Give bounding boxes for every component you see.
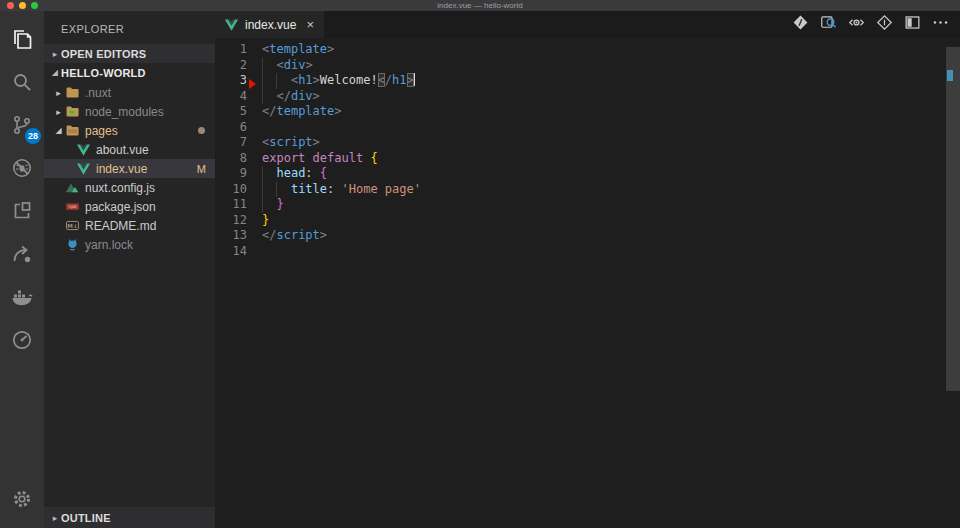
token: > [407, 73, 414, 87]
indent-guide [262, 182, 263, 198]
tree-item-readme-md[interactable]: M↓README.md [44, 216, 215, 235]
tree-item-label: about.vue [96, 143, 149, 157]
token: div [284, 58, 306, 72]
token: script [276, 228, 319, 242]
token: } [262, 213, 269, 227]
code-line-5: 5</template> [215, 104, 960, 120]
tree-item-label: README.md [85, 219, 156, 233]
vue-icon [224, 17, 239, 32]
tree-item--nuxt[interactable]: ▸.nuxt [44, 83, 215, 102]
git-modified-badge: M [197, 163, 206, 175]
tree-item-index-vue[interactable]: index.vueM [44, 159, 215, 178]
activity-item-search[interactable] [0, 62, 44, 105]
markdown-icon: M↓ [64, 218, 80, 234]
editor-action-component-preview[interactable] [874, 14, 895, 35]
token: > [313, 89, 320, 103]
line-content: head: { [247, 166, 960, 182]
line-number: 1 [215, 42, 247, 58]
search-icon [10, 70, 34, 98]
activity-item-time-gauge[interactable] [0, 320, 44, 363]
chevron-expanded-icon[interactable]: ◢ [53, 126, 64, 135]
workspace-section[interactable]: ◢ HELLO-WORLD [44, 63, 215, 82]
token: template [276, 104, 334, 118]
close-tab-icon[interactable]: × [306, 18, 314, 31]
line-content: export default { [247, 151, 960, 167]
svg-text:npm: npm [68, 204, 76, 209]
tree-item-pages[interactable]: ◢pages [44, 121, 215, 140]
token: { [370, 151, 377, 165]
editor-scrollbar[interactable] [946, 38, 960, 528]
activity-item-source-control[interactable]: 28 [0, 105, 44, 148]
code-line-10: 10 title: 'Home page' [215, 182, 960, 198]
token [334, 182, 341, 196]
eye-code-icon [847, 13, 866, 36]
line-number: 6 [215, 120, 247, 136]
tree-item-about-vue[interactable]: about.vue [44, 140, 215, 159]
token: > [320, 228, 327, 242]
editor-action-format-document[interactable] [790, 14, 811, 35]
diamond-format-icon [791, 13, 810, 36]
code-editor[interactable]: 1<template>2 <div>3 <h1>Welcome!</h1>4 <… [215, 38, 960, 528]
token: > [313, 73, 320, 87]
code-line-14: 14 [215, 244, 960, 260]
line-number: 3 [215, 73, 247, 89]
outline-label: OUTLINE [61, 512, 111, 524]
activity-item-share[interactable] [0, 234, 44, 277]
line-number: 9 [215, 166, 247, 182]
activity-item-explorer[interactable] [0, 19, 44, 62]
line-number: 2 [215, 58, 247, 74]
editor-action-split-editor[interactable] [902, 14, 923, 35]
activity-item-extensions[interactable] [0, 191, 44, 234]
code-line-4: 4 </div> [215, 89, 960, 105]
svg-text:M↓: M↓ [67, 223, 77, 229]
outline-section[interactable]: ▸ OUTLINE [44, 507, 215, 528]
chevron-right-icon[interactable]: ▸ [53, 88, 64, 98]
line-number: 13 [215, 228, 247, 244]
scm-changes-badge: 28 [25, 128, 41, 144]
editor-action-code-preview[interactable] [846, 14, 867, 35]
tree-item-label: node_modules [85, 105, 164, 119]
tree-item-label: .nuxt [85, 86, 111, 100]
token: > [334, 104, 341, 118]
line-content: <template> [247, 42, 960, 58]
folder-open-icon [64, 123, 80, 139]
indent-guide [262, 73, 263, 89]
chevron-right-icon[interactable]: ▸ [53, 107, 64, 117]
open-editors-section[interactable]: ▸ OPEN EDITORS [44, 44, 215, 63]
editor-action-more-actions[interactable] [930, 14, 951, 35]
files-icon [10, 27, 34, 55]
folder-npm-icon [64, 104, 80, 120]
line-content: <script> [247, 135, 960, 151]
scrollbar-thumb[interactable] [946, 47, 960, 391]
nuxt-icon [64, 180, 80, 196]
vue-icon [75, 161, 91, 177]
tree-item-package-json[interactable]: npmpackage.json [44, 197, 215, 216]
tree-item-nuxt-config-js[interactable]: nuxt.config.js [44, 178, 215, 197]
tree-item-node-modules[interactable]: ▸node_modules [44, 102, 215, 121]
token: div [291, 89, 313, 103]
chevron-right-icon: ▸ [49, 49, 61, 59]
token: </ [262, 228, 276, 242]
code-line-7: 7<script> [215, 135, 960, 151]
line-content: title: 'Home page' [247, 182, 960, 198]
window-title: index.vue — hello-world [0, 0, 960, 11]
token: > [313, 135, 320, 149]
line-number: 5 [215, 104, 247, 120]
debug-disabled-icon [10, 156, 34, 184]
vscode-window: index.vue — hello-world 28 EXPLORER ▸ OP… [0, 0, 960, 528]
activity-item-debug-disabled[interactable] [0, 148, 44, 191]
code-lines: 1<template>2 <div>3 <h1>Welcome!</h1>4 <… [215, 38, 960, 259]
activity-item-docker[interactable] [0, 277, 44, 320]
editor-action-search-preview[interactable] [818, 14, 839, 35]
code-line-11: 11 } [215, 197, 960, 213]
activity-bar-bottom [0, 479, 44, 522]
tree-item-yarn-lock[interactable]: yarn.lock [44, 235, 215, 254]
line-number: 8 [215, 151, 247, 167]
tab-index-vue[interactable]: index.vue × [215, 11, 324, 38]
git-deleted-marker-icon [249, 79, 256, 89]
code-line-3: 3 <h1>Welcome!</h1> [215, 73, 960, 89]
git-modified-dot [198, 127, 205, 134]
activity-item-settings[interactable] [0, 479, 44, 522]
chevron-expanded-icon: ◢ [49, 68, 61, 77]
indent-guide [262, 197, 263, 213]
